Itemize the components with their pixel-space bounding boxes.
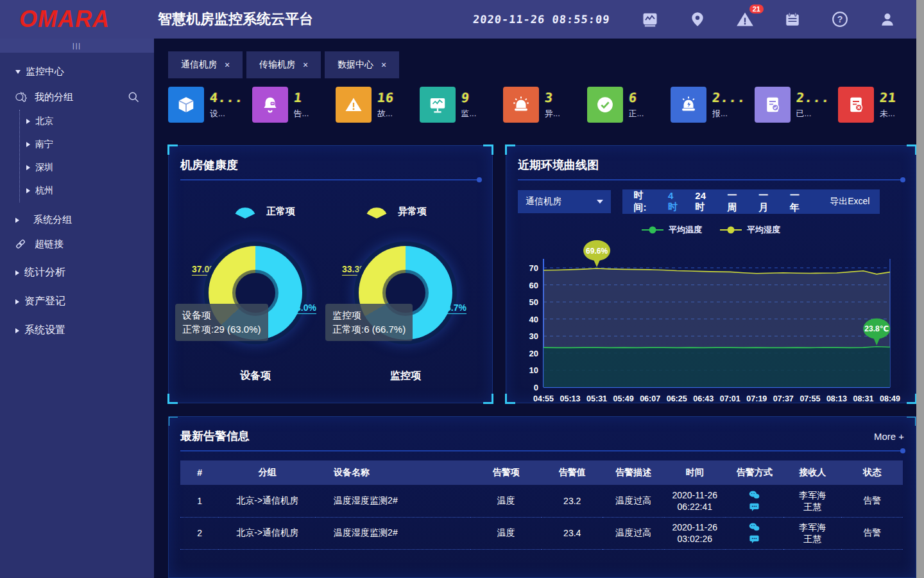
svg-text:?: ?: [837, 14, 843, 24]
time-option-month[interactable]: 一月: [758, 189, 777, 214]
title-underline: [518, 179, 904, 180]
line-chart-legend: 平均温度 平均湿度: [518, 224, 904, 236]
doc-check-icon: [755, 87, 791, 123]
sidebar-item-my-group[interactable]: 我的分组: [0, 78, 154, 103]
help-icon[interactable]: ?: [830, 10, 850, 29]
sidebar-item-monitor-center[interactable]: 监控中心: [0, 53, 154, 78]
health-panel-title: 机房健康度: [180, 157, 481, 173]
sidebar-item-stat-analysis[interactable]: 统计分析: [0, 250, 154, 279]
more-link[interactable]: More +: [874, 431, 904, 442]
corner-decoration: [483, 144, 493, 155]
time-option-4h[interactable]: 4时: [668, 190, 682, 213]
sidebar-item-hyperlink[interactable]: 超链接: [0, 226, 154, 250]
fan-icon: [234, 202, 256, 220]
sidebar-item-nanning[interactable]: 南宁: [26, 133, 154, 156]
normal-pct-label: 63.0%: [291, 302, 316, 314]
donut-name-monitors: 监控项: [330, 369, 481, 383]
sidebar-item-beijing[interactable]: 北京: [26, 110, 154, 133]
stat-card-alarms[interactable]: 1告...: [252, 87, 330, 123]
svg-text:69.6%: 69.6%: [586, 247, 608, 256]
time-option-24h[interactable]: 24时: [695, 190, 714, 213]
svg-text:05:49: 05:49: [613, 394, 634, 403]
alert-icon[interactable]: 21: [735, 10, 755, 29]
corner-decoration: [167, 394, 178, 404]
status-badge: 告警: [841, 485, 903, 517]
page-scrollbar[interactable]: [916, 0, 924, 578]
env-line-chart[interactable]: 01020304050607004:5505:1305:3105:4906:07…: [518, 237, 903, 405]
legend-normal[interactable]: 正常项: [234, 202, 295, 220]
sidebar-item-system-group[interactable]: 系统分组: [0, 202, 154, 226]
svg-text:50: 50: [529, 297, 538, 307]
table-row[interactable]: 2 北京->通信机房 温度湿度监测2# 温度 23.4 温度过高 2020-11…: [180, 517, 903, 549]
svg-text:07:55: 07:55: [800, 394, 820, 403]
monitor-chart-icon[interactable]: [640, 10, 660, 29]
svg-text:07:19: 07:19: [746, 394, 767, 403]
svg-text:08:49: 08:49: [880, 394, 900, 403]
time-option-year[interactable]: 一年: [790, 189, 809, 214]
donut-tooltip: 设备项 正常项:29 (63.0%): [175, 304, 268, 341]
fan-icon: [366, 202, 388, 220]
sidebar-item-hangzhou[interactable]: 杭州: [26, 179, 154, 202]
health-panel: 机房健康度 正常项 异常项 37.0% 63: [168, 145, 493, 403]
room-select-dropdown[interactable]: 通信机房: [518, 190, 611, 213]
cube-icon: [168, 87, 204, 123]
export-excel-button[interactable]: 导出Excel: [820, 189, 880, 214]
chevron-right-icon: [15, 218, 19, 223]
stat-card-faults[interactable]: 16故...: [336, 87, 414, 123]
sidebar-item-asset-register[interactable]: 资产登记: [0, 279, 154, 308]
stat-card-devices[interactable]: 4...设...: [168, 87, 246, 123]
svg-text:08:13: 08:13: [826, 394, 847, 403]
siren-icon: [503, 87, 539, 123]
close-icon[interactable]: ×: [225, 60, 230, 70]
sidebar-item-system-settings[interactable]: 系统设置: [0, 308, 154, 337]
stat-card-handled[interactable]: 2...已...: [755, 87, 833, 123]
svg-text:08:31: 08:31: [853, 394, 873, 403]
svg-text:30: 30: [529, 331, 538, 341]
wechat-icon[interactable]: [749, 490, 760, 500]
close-icon[interactable]: ×: [303, 60, 308, 70]
stat-card-abnormal[interactable]: 3异...: [503, 87, 581, 123]
bell-icon: [252, 87, 288, 123]
sidebar-item-shenzhen[interactable]: 深圳: [26, 156, 154, 179]
location-icon[interactable]: [688, 10, 707, 29]
legend-avg-humidity[interactable]: 平均湿度: [720, 224, 780, 236]
stat-card-normal[interactable]: 6正...: [587, 87, 665, 123]
svg-text:20: 20: [529, 349, 538, 358]
stat-card-unhandled[interactable]: 21未...: [838, 87, 916, 123]
stat-card-reports[interactable]: 2...报...: [671, 87, 749, 123]
time-option-week[interactable]: 一周: [728, 189, 746, 214]
donut-tooltip: 监控项 正常项:6 (66.7%): [325, 304, 413, 341]
group-tree: 北京 南宁 深圳 杭州: [19, 110, 154, 202]
alerts-panel-title: 最新告警信息: [180, 428, 250, 444]
alerts-table-header: # 分组 设备名称 告警项 告警值 告警描述 时间 告警方式 接收人 状态: [180, 460, 903, 485]
sms-icon[interactable]: [749, 534, 760, 544]
wechat-icon[interactable]: [749, 522, 760, 532]
corner-decoration: [167, 144, 178, 155]
calendar-icon[interactable]: [783, 10, 802, 29]
close-icon[interactable]: ×: [381, 60, 386, 70]
svg-text:06:43: 06:43: [693, 394, 714, 403]
stat-card-monitors[interactable]: 9监...: [420, 87, 498, 123]
tab-data-center[interactable]: 数据中心×: [325, 51, 399, 78]
sidebar: ||| 监控中心 我的分组 北京 南宁 深圳 杭州 系统分组 超链接 统计分析: [0, 39, 154, 578]
sidebar-collapse-handle[interactable]: |||: [0, 39, 154, 53]
tab-transmission-room[interactable]: 传输机房×: [246, 51, 321, 78]
user-icon[interactable]: [878, 10, 897, 29]
legend-avg-temperature[interactable]: 平均温度: [642, 224, 702, 236]
corner-decoration: [168, 416, 178, 426]
datetime-display: 2020-11-26 08:55:09: [472, 13, 610, 26]
line-dot-icon: [642, 229, 663, 231]
link-icon: [14, 238, 27, 250]
svg-text:60: 60: [529, 281, 538, 290]
chevron-right-icon: [26, 119, 30, 124]
donut-monitors: 33.3% 66.7% 监控项 正常项:6 (66.7%): [330, 237, 481, 367]
alerts-panel: 最新告警信息 More + # 分组 设备名称 告警项 告警值 告警描述 时间 …: [168, 416, 916, 578]
search-icon[interactable]: [127, 91, 140, 103]
tab-comm-room[interactable]: 通信机房×: [168, 51, 243, 78]
corner-decoration: [483, 394, 493, 404]
monitor-icon: [420, 87, 456, 123]
sms-icon[interactable]: [749, 502, 760, 512]
table-row[interactable]: 1 北京->通信机房 温度湿度监测2# 温度 23.2 温度过高 2020-11…: [180, 485, 903, 517]
legend-abnormal[interactable]: 异常项: [366, 202, 427, 220]
chevron-right-icon: [26, 165, 30, 170]
